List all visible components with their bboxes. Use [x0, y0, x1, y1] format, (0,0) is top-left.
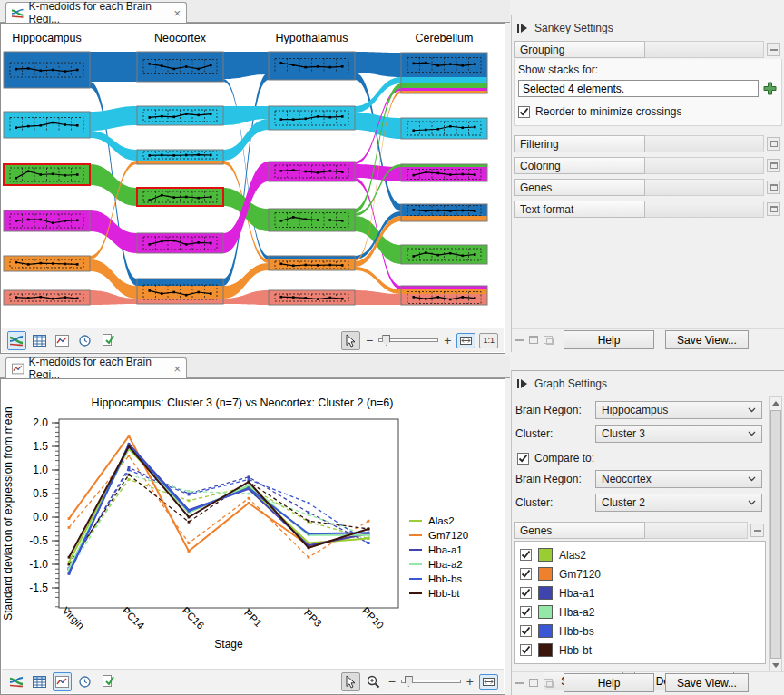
gene-checkbox[interactable]	[520, 606, 532, 618]
sankey-mode-button[interactable]	[7, 331, 26, 350]
collapse-section-icon[interactable]	[750, 524, 764, 537]
section-coloring[interactable]: Coloring	[514, 157, 782, 174]
collapse-section-icon[interactable]	[767, 43, 780, 56]
compare-cluster-dropdown[interactable]: Cluster 2	[595, 494, 762, 512]
sankey-cluster-node[interactable]	[269, 290, 355, 305]
sankey-cluster-node[interactable]	[269, 106, 355, 130]
zoom-slider[interactable]	[378, 335, 438, 346]
sankey-cluster-node[interactable]	[401, 245, 487, 264]
tab-close-icon[interactable]: ×	[173, 7, 181, 19]
sankey-link-cyan[interactable]	[90, 106, 137, 131]
expand-section-icon[interactable]	[767, 159, 780, 172]
sankey-cluster-node[interactable]	[137, 279, 223, 304]
sankey-cluster-node[interactable]	[137, 188, 223, 206]
sankey-cluster-node[interactable]	[401, 164, 487, 181]
add-elements-button[interactable]	[762, 81, 778, 96]
zoom-slider-thumb[interactable]	[405, 676, 413, 687]
sankey-link-green[interactable]	[355, 83, 401, 213]
dock-panel-icon[interactable]	[544, 336, 553, 344]
scrollbar-thumb[interactable]	[770, 410, 781, 659]
expand-section-icon[interactable]	[767, 181, 780, 194]
sankey-cluster-node[interactable]	[4, 112, 90, 138]
graph-settings-header[interactable]: Graph Settings	[512, 371, 784, 396]
zoom-out-button[interactable]: −	[364, 333, 375, 348]
tab-close-icon[interactable]: ×	[173, 363, 181, 375]
fit-width-button[interactable]	[456, 333, 475, 348]
gene-row-Hbb-bt[interactable]: Hbb-bt	[516, 641, 763, 660]
sankey-cluster-node[interactable]	[269, 256, 355, 270]
section-grouping[interactable]: Grouping	[514, 41, 782, 58]
settings-scrollbar[interactable]	[769, 396, 782, 672]
show-stacks-input[interactable]	[518, 80, 759, 97]
one-to-one-zoom-button[interactable]: 1:1	[479, 333, 498, 348]
sankey-cluster-node[interactable]	[269, 52, 355, 80]
gene-row-Alas2[interactable]: Alas2	[516, 545, 763, 564]
section-genes[interactable]: Genes	[514, 179, 782, 196]
save-view-button[interactable]: Save View...	[665, 330, 749, 349]
sankey-link-blue[interactable]	[90, 52, 137, 82]
section-coloring-label[interactable]: Coloring	[514, 157, 645, 174]
zoom-in-button[interactable]: +	[465, 674, 475, 689]
zoom-tool-button[interactable]	[364, 672, 383, 691]
sankey-cluster-node[interactable]	[4, 256, 90, 271]
fit-width-button[interactable]	[479, 674, 498, 690]
zoom-slider-thumb[interactable]	[382, 335, 390, 346]
sankey-diagram[interactable]: HippocampusNeocortexHypothalamusCerebell…	[1, 24, 505, 324]
gene-row-Gm7120[interactable]: Gm7120	[516, 564, 763, 583]
gene-checkbox[interactable]	[520, 568, 532, 580]
table-view-button[interactable]	[30, 672, 49, 691]
pointer-tool-button[interactable]	[341, 331, 360, 350]
zoom-out-button[interactable]: −	[387, 674, 397, 689]
sankey-link-blue[interactable]	[223, 52, 269, 79]
line-graph-view-button[interactable]	[53, 331, 72, 350]
table-view-button[interactable]	[30, 331, 49, 350]
gene-checkbox[interactable]	[520, 587, 532, 599]
maximize-panel-icon[interactable]	[529, 336, 538, 344]
sankey-cluster-node[interactable]	[401, 204, 487, 221]
genes-section-label[interactable]: Genes	[514, 522, 645, 539]
scroll-down-icon[interactable]	[770, 660, 781, 671]
section-genes-label[interactable]: Genes	[514, 179, 645, 196]
minimize-panel-icon[interactable]	[515, 682, 524, 684]
sankey-cluster-node[interactable]	[4, 210, 90, 231]
pointer-tool-button[interactable]	[341, 672, 360, 691]
maximize-panel-icon[interactable]	[529, 679, 538, 687]
help-button[interactable]: Help	[564, 673, 654, 692]
section-text-format[interactable]: Text format	[514, 201, 782, 218]
history-view-button[interactable]	[75, 331, 94, 350]
expression-line-chart[interactable]: Hippocampus: Cluster 3 (n=7) vs Neocorte…	[1, 379, 505, 668]
reorder-checkbox[interactable]	[518, 106, 530, 118]
save-view-button[interactable]: Save View...	[665, 673, 749, 692]
brain-region-dropdown[interactable]: Hippocampus	[595, 401, 762, 419]
sankey-cluster-node[interactable]	[401, 118, 487, 139]
minimize-panel-icon[interactable]	[515, 339, 524, 341]
compare-to-checkbox[interactable]	[517, 453, 529, 465]
sankey-cluster-node[interactable]	[4, 290, 90, 305]
section-genes-legend[interactable]: Genes	[514, 522, 766, 539]
sankey-cluster-node[interactable]	[401, 286, 487, 305]
sankey-cluster-node[interactable]	[269, 209, 355, 231]
element-info-button[interactable]	[98, 331, 117, 350]
zoom-slider[interactable]	[401, 676, 461, 687]
help-button[interactable]: Help	[564, 330, 654, 349]
sankey-cluster-node[interactable]	[137, 150, 223, 164]
gene-checkbox[interactable]	[520, 625, 532, 637]
sankey-cluster-node[interactable]	[4, 164, 90, 185]
gene-row-Hbb-bs[interactable]: Hbb-bs	[516, 622, 763, 641]
sankey-cluster-node[interactable]	[401, 53, 487, 93]
sankey-link-cyan[interactable]	[90, 131, 137, 161]
sankey-link-magenta[interactable]	[90, 210, 137, 253]
sankey-mode-button[interactable]	[7, 672, 26, 691]
sankey-link-green[interactable]	[90, 164, 137, 206]
expand-section-icon[interactable]	[767, 202, 780, 216]
section-filtering-label[interactable]: Filtering	[514, 135, 645, 152]
gene-row-Hba-a2[interactable]: Hba-a2	[516, 602, 763, 622]
section-text-format-label[interactable]: Text format	[514, 201, 645, 218]
sankey-cluster-node[interactable]	[4, 52, 90, 88]
sankey-cluster-node[interactable]	[269, 162, 355, 181]
compare-brain-region-dropdown[interactable]: Neocortex	[595, 470, 762, 488]
sankey-cluster-node[interactable]	[137, 52, 223, 82]
dock-panel-icon[interactable]	[544, 679, 553, 687]
tab-sankey-view[interactable]: K-medoids for each Brain Regi... ×	[5, 2, 187, 23]
sankey-link-orange[interactable]	[355, 267, 401, 294]
